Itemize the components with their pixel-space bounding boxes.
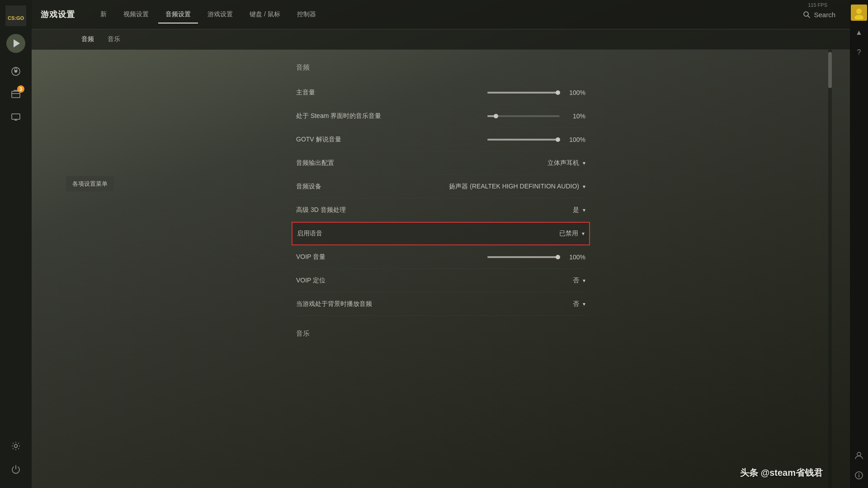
audio-output-label: 音频输出配置	[296, 159, 547, 167]
3d-audio-dropdown: 是	[573, 206, 579, 214]
sub-tab-audio[interactable]: 音频	[81, 33, 94, 45]
voip-pos-dropdown: 否	[573, 277, 579, 285]
audio-device-value[interactable]: 扬声器 (REALTEK HIGH DEFINITION AUDIO) ▾	[449, 183, 585, 191]
enable-voice-chevron: ▾	[582, 230, 585, 237]
svg-text:CS:GO: CS:GO	[8, 15, 24, 21]
right-sidebar: ▲ ?	[850, 0, 868, 488]
svg-point-14	[857, 452, 861, 456]
gotv-volume-value[interactable]: 100%	[487, 136, 585, 143]
master-volume-percent: 100%	[565, 89, 585, 96]
avatar[interactable]	[851, 5, 867, 21]
svg-line-11	[808, 16, 810, 18]
tab-video[interactable]: 视频设置	[116, 7, 156, 22]
audio-output-value[interactable]: 立体声耳机 ▾	[547, 159, 585, 167]
bg-audio-dropdown: 否	[573, 300, 579, 308]
master-volume-thumb	[556, 90, 560, 95]
watermark: 头条 @steam省钱君	[740, 467, 823, 479]
main-content: 115 FPS 游戏设置 新 视频设置 音频设置 游戏设置 键盘 / 鼠标 控制…	[32, 0, 850, 488]
search-label: Search	[814, 11, 835, 19]
voip-volume-slider[interactable]	[487, 256, 560, 258]
master-volume-fill	[487, 92, 560, 94]
header: 游戏设置 新 视频设置 音频设置 游戏设置 键盘 / 鼠标 控制器 Search	[32, 0, 850, 29]
audio-device-dropdown: 扬声器 (REALTEK HIGH DEFINITION AUDIO)	[449, 183, 579, 191]
3d-audio-label: 高级 3D 音频处理	[296, 206, 573, 214]
chevron-up-icon[interactable]: ▲	[851, 24, 867, 41]
info-icon[interactable]	[851, 467, 867, 483]
voip-volume-percent: 100%	[565, 253, 585, 261]
voip-volume-fill	[487, 256, 560, 258]
csgo-logo[interactable]: CS:GO	[5, 5, 27, 27]
tv-icon[interactable]	[6, 107, 25, 126]
tab-controller[interactable]: 控制器	[290, 7, 323, 22]
nav-tabs: 新 视频设置 音频设置 游戏设置 键盘 / 鼠标 控制器	[93, 7, 797, 22]
audio-output-dropdown: 立体声耳机	[547, 159, 579, 167]
audio-device-row: 音频设备 扬声器 (REALTEK HIGH DEFINITION AUDIO)…	[296, 175, 585, 198]
music-section-title: 音乐	[296, 325, 585, 340]
steam-music-thumb	[494, 114, 498, 118]
svg-point-3	[14, 70, 17, 73]
audio-output-row: 音频输出配置 立体声耳机 ▾	[296, 151, 585, 175]
tab-audio[interactable]: 音频设置	[158, 7, 198, 22]
steam-music-label: 处于 Steam 界面时的音乐音量	[296, 112, 487, 120]
tab-game[interactable]: 游戏设置	[200, 7, 240, 22]
voip-pos-row: VOIP 定位 否 ▾	[296, 269, 585, 292]
tab-keyboard[interactable]: 键盘 / 鼠标	[242, 7, 288, 22]
bg-audio-label: 当游戏处于背景时播放音频	[296, 300, 573, 308]
play-button[interactable]	[6, 34, 25, 53]
voip-volume-thumb	[556, 255, 560, 259]
settings-content: 音频 主音量 100% 处于 Steam 界面时的音乐音量	[32, 50, 850, 488]
steam-music-row: 处于 Steam 界面时的音乐音量 10%	[296, 104, 585, 128]
search-icon	[803, 11, 810, 18]
steam-music-value[interactable]: 10%	[487, 113, 585, 120]
bg-audio-value[interactable]: 否 ▾	[573, 300, 585, 308]
settings-menu-button[interactable]: 各项设置菜单	[66, 176, 114, 192]
gotv-volume-thumb	[556, 137, 560, 142]
audio-output-chevron: ▾	[583, 160, 585, 166]
enable-voice-value[interactable]: 已禁用 ▾	[559, 230, 585, 238]
page-title: 游戏设置	[41, 9, 75, 20]
enable-voice-dropdown: 已禁用	[559, 230, 578, 238]
badge-count: 3	[17, 85, 24, 93]
gotv-volume-row: GOTV 解说音量 100%	[296, 128, 585, 151]
voip-volume-value[interactable]: 100%	[487, 253, 585, 261]
master-volume-label: 主音量	[296, 89, 487, 97]
enable-voice-row: 启用语音 已禁用 ▾	[292, 222, 590, 245]
svg-point-9	[14, 445, 18, 448]
user-icon[interactable]	[851, 447, 867, 464]
help-icon[interactable]: ?	[851, 44, 867, 61]
scrollbar-thumb[interactable]	[828, 52, 832, 88]
gotv-volume-fill	[487, 139, 560, 141]
svg-rect-6	[12, 114, 20, 119]
tab-new[interactable]: 新	[93, 7, 114, 22]
gotv-volume-slider[interactable]	[487, 139, 560, 141]
svg-point-17	[859, 474, 859, 474]
svg-point-12	[856, 9, 862, 14]
sub-tab-music[interactable]: 音乐	[108, 33, 120, 45]
master-volume-value[interactable]: 100%	[487, 89, 585, 96]
scrollbar-track[interactable]	[828, 50, 832, 488]
power-icon[interactable]	[6, 460, 25, 479]
audio-device-label: 音频设备	[296, 183, 449, 191]
sub-tabs: 音频 音乐	[32, 29, 850, 50]
master-volume-slider[interactable]	[487, 92, 560, 94]
3d-audio-chevron: ▾	[583, 207, 585, 213]
audio-section: 音频 主音量 100% 处于 Steam 界面时的音乐音量	[287, 59, 594, 340]
gotv-volume-percent: 100%	[565, 136, 585, 143]
steam-music-slider[interactable]	[487, 115, 560, 117]
voip-pos-value[interactable]: 否 ▾	[573, 277, 585, 285]
3d-audio-row: 高级 3D 音频处理 是 ▾	[296, 198, 585, 222]
voip-pos-chevron: ▾	[583, 277, 585, 284]
fps-counter: 115 FPS	[808, 2, 827, 8]
voip-pos-label: VOIP 定位	[296, 277, 573, 285]
svg-rect-4	[12, 91, 20, 98]
master-volume-row: 主音量 100%	[296, 81, 585, 104]
radio-icon[interactable]	[6, 62, 25, 81]
svg-point-13	[854, 15, 863, 19]
3d-audio-value[interactable]: 是 ▾	[573, 206, 585, 214]
voip-volume-row: VOIP 音量 100%	[296, 245, 585, 269]
inventory-icon[interactable]: 3	[6, 84, 25, 103]
search-area[interactable]: Search	[797, 8, 841, 21]
steam-music-percent: 10%	[565, 113, 585, 120]
settings-icon[interactable]	[6, 436, 25, 455]
enable-voice-label: 启用语音	[297, 230, 559, 238]
